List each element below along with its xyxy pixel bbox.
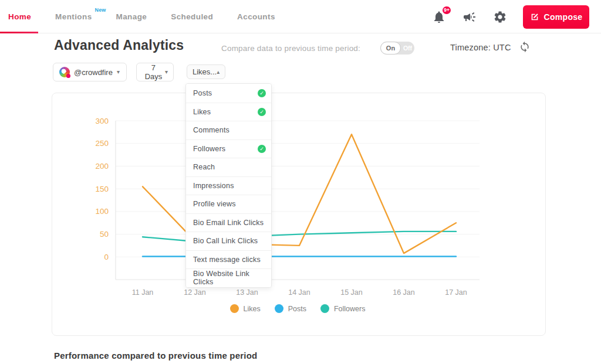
compare-toggle[interactable]: On Off bbox=[380, 42, 414, 55]
date-range-value: 7 Days bbox=[142, 63, 165, 81]
gear-icon bbox=[493, 10, 507, 24]
account-selector[interactable]: @crowdfire ▾ bbox=[53, 63, 127, 81]
metric-menu-item[interactable]: Reach bbox=[186, 158, 271, 176]
svg-text:13 Jan: 13 Jan bbox=[236, 288, 258, 297]
nav-item-home[interactable]: Home bbox=[8, 12, 31, 21]
timezone-label: Timezone: UTC bbox=[450, 43, 511, 52]
check-icon: ✓ bbox=[258, 145, 266, 153]
app-window: Home MentionsNew Manage Scheduled Accoun… bbox=[0, 0, 601, 364]
metric-menu-item[interactable]: Impressions bbox=[186, 176, 271, 195]
chevron-down-icon: ▾ bbox=[117, 69, 120, 75]
nav-mentions-label: Mentions bbox=[55, 12, 92, 21]
compose-label: Compose bbox=[544, 12, 583, 22]
settings-button[interactable] bbox=[492, 9, 508, 25]
metric-menu-item[interactable]: Likes✓ bbox=[186, 103, 271, 121]
metric-menu-item-label: Profile views bbox=[193, 200, 236, 208]
check-icon: ✓ bbox=[258, 108, 266, 116]
legend-label: Posts bbox=[288, 305, 306, 313]
compose-button[interactable]: Compose bbox=[523, 5, 589, 29]
metric-menu-item-label: Likes bbox=[193, 108, 211, 116]
notifications-button[interactable]: 9+ bbox=[431, 9, 447, 25]
legend-item-posts[interactable]: Posts bbox=[275, 304, 306, 313]
legend-label: Likes bbox=[244, 305, 261, 313]
legend-item-likes[interactable]: Likes bbox=[230, 304, 261, 313]
performance-section-title: Performance compared to previous time pe… bbox=[54, 351, 257, 360]
svg-text:300: 300 bbox=[95, 117, 109, 125]
metric-menu-item[interactable]: Bio Email Link Clicks bbox=[186, 213, 271, 232]
metric-menu-item-label: Impressions bbox=[193, 182, 234, 190]
megaphone-icon bbox=[462, 10, 477, 24]
svg-text:16 Jan: 16 Jan bbox=[393, 288, 415, 297]
metric-menu-item-label: Bio Email Link Clicks bbox=[193, 219, 264, 227]
metric-menu-item-label: Followers bbox=[193, 145, 225, 153]
metric-menu-item[interactable]: Posts✓ bbox=[186, 84, 271, 103]
nav-item-scheduled[interactable]: Scheduled bbox=[171, 12, 213, 21]
svg-text:15 Jan: 15 Jan bbox=[340, 288, 363, 297]
chevron-down-icon: ▾ bbox=[165, 69, 168, 75]
metric-menu-item-label: Bio Call Link Clicks bbox=[193, 237, 258, 245]
notification-count-badge: 9+ bbox=[441, 5, 452, 15]
refresh-button[interactable] bbox=[519, 41, 532, 54]
primary-nav: Home MentionsNew Manage Scheduled Accoun… bbox=[8, 0, 275, 33]
svg-text:200: 200 bbox=[95, 162, 109, 171]
compose-icon bbox=[530, 12, 539, 22]
toggle-on-option[interactable]: On bbox=[380, 42, 401, 55]
metric-menu-item[interactable]: Followers✓ bbox=[186, 140, 271, 158]
crowdfire-logo-icon bbox=[59, 67, 70, 77]
legend-item-followers[interactable]: Followers bbox=[320, 304, 366, 313]
check-icon: ✓ bbox=[258, 89, 266, 97]
metric-menu-item-label: Reach bbox=[193, 163, 215, 171]
legend-dot-icon bbox=[230, 304, 239, 313]
top-nav-bar: Home MentionsNew Manage Scheduled Accoun… bbox=[0, 0, 601, 33]
page-title: Advanced Analytics bbox=[54, 38, 184, 53]
analytics-chart-svg: 05010015020025030011 Jan12 Jan13 Jan14 J… bbox=[52, 93, 546, 336]
legend-dot-icon bbox=[320, 304, 329, 313]
svg-text:250: 250 bbox=[95, 139, 109, 148]
nav-item-mentions[interactable]: MentionsNew bbox=[55, 12, 92, 21]
svg-text:150: 150 bbox=[95, 185, 109, 193]
header-actions: 9+ Compose bbox=[431, 0, 589, 33]
legend-label: Followers bbox=[334, 305, 366, 313]
svg-text:14 Jan: 14 Jan bbox=[288, 288, 310, 297]
nav-item-manage[interactable]: Manage bbox=[116, 12, 147, 21]
svg-text:17 Jan: 17 Jan bbox=[445, 288, 467, 297]
chevron-up-icon: ▴ bbox=[217, 69, 220, 75]
svg-text:100: 100 bbox=[95, 207, 109, 216]
metric-menu-item[interactable]: Comments bbox=[186, 121, 271, 140]
new-badge: New bbox=[94, 7, 106, 13]
date-range-selector[interactable]: 7 Days ▾ bbox=[136, 63, 174, 81]
announcements-button[interactable] bbox=[462, 9, 477, 25]
metric-menu-item-label: Text message clicks bbox=[193, 256, 261, 264]
metric-dropdown-menu: Posts✓Likes✓CommentsFollowers✓ReachImpre… bbox=[185, 83, 272, 288]
account-name: @crowdfire bbox=[74, 68, 113, 77]
nav-item-accounts[interactable]: Accounts bbox=[237, 12, 275, 21]
refresh-icon bbox=[519, 41, 531, 53]
metric-selector[interactable]: Likes... ▴ bbox=[187, 64, 225, 79]
metric-menu-item[interactable]: Bio Call Link Clicks bbox=[186, 232, 271, 250]
active-tab-underline bbox=[0, 32, 38, 33]
svg-text:50: 50 bbox=[100, 230, 109, 239]
metric-menu-item-label: Posts bbox=[193, 89, 212, 97]
metric-value: Likes... bbox=[193, 67, 217, 76]
svg-text:11 Jan: 11 Jan bbox=[132, 288, 154, 297]
legend-dot-icon bbox=[275, 304, 283, 313]
metric-menu-item-label: Comments bbox=[193, 126, 229, 134]
toggle-off-option[interactable]: Off bbox=[401, 42, 414, 55]
analytics-chart-card: 05010015020025030011 Jan12 Jan13 Jan14 J… bbox=[52, 93, 546, 336]
metric-menu-item[interactable]: Text message clicks bbox=[186, 250, 271, 269]
svg-text:0: 0 bbox=[104, 253, 109, 261]
svg-text:12 Jan: 12 Jan bbox=[184, 288, 206, 297]
metric-menu-item[interactable]: Bio Website Link Clicks bbox=[186, 268, 271, 287]
metric-menu-item[interactable]: Profile views bbox=[186, 195, 271, 213]
compare-period-label: Compare data to previous time period: bbox=[221, 44, 360, 53]
chart-legend: LikesPostsFollowers bbox=[116, 304, 480, 313]
metric-menu-item-label: Bio Website Link Clicks bbox=[193, 270, 271, 286]
